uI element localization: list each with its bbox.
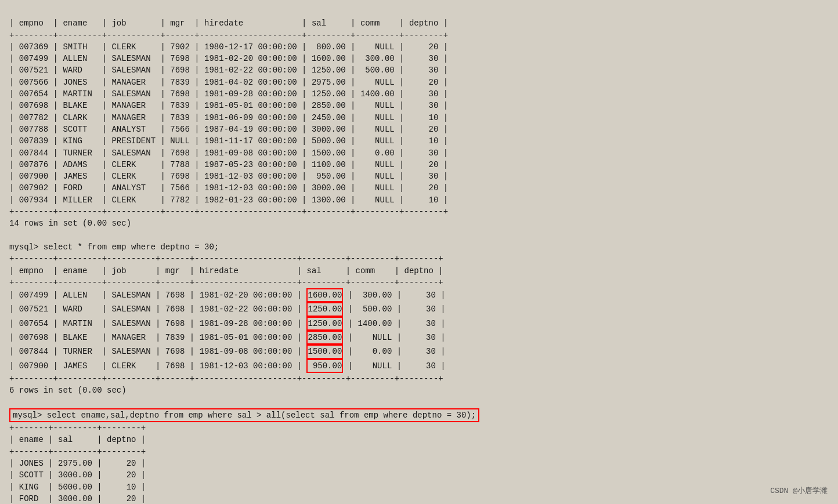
rows14-text: 14 rows in set (0.00 sec) [9, 219, 131, 228]
table2-row-6: | 007900 | JAMES | CLERK | 7698 | 1981-1… [9, 361, 446, 371]
rows6-text: 6 rows in set (0.00 sec) [9, 386, 127, 395]
table1-row-1: | 007369 | SMITH | CLERK | 7902 | 1980-1… [9, 42, 448, 52]
query3-box: mysql> select ename,sal,deptno from emp … [9, 408, 479, 422]
table1-row-11: | 007876 | ADAMS | CLERK | 7788 | 1987-0… [9, 160, 448, 169]
table1-row-13: | 007902 | FORD | ANALYST | 7566 | 1981-… [9, 183, 448, 193]
table1-sep-top: +--------+---------+-----------+------+-… [9, 31, 448, 40]
table3-row-2: | SCOTT | 3000.00 | 20 | [9, 470, 146, 480]
table1-header-row: | empno | ename | job | mgr | hiredate |… [9, 19, 448, 28]
table2-row-1: | 007499 | ALLEN | SALESMAN | 7698 | 198… [9, 291, 446, 300]
sal-highlight-1: 1600.00 [306, 288, 343, 302]
table2-header-row: | empno | ename | job | mgr | hiredate |… [9, 266, 443, 275]
table3-sep-top: +-------+---------+--------+ [9, 423, 146, 433]
sal-highlight-5: 1500.00 [306, 345, 343, 358]
query2-text: mysql> select * from emp where deptno = … [9, 242, 219, 252]
table3-row-3: | KING | 5000.00 | 10 | [9, 483, 146, 492]
table1-sep-bot: +--------+---------+-----------+------+-… [9, 207, 448, 216]
table2-sep-top: +--------+---------+----------+------+--… [9, 254, 443, 263]
table3-row-1: | JONES | 2975.00 | 20 | [9, 459, 146, 468]
table2-row-3: | 007654 | MARTIN | SALESMAN | 7698 | 19… [9, 319, 446, 328]
table1-row-14: | 007934 | MILLER | CLERK | 7782 | 1982-… [9, 195, 448, 205]
table3-header-row: | ename | sal | deptno | [9, 435, 146, 444]
table1-row-2: | 007499 | ALLEN | SALESMAN | 7698 | 198… [9, 54, 448, 63]
table1-row-7: | 007782 | CLARK | MANAGER | 7839 | 1981… [9, 113, 448, 122]
table3-sep-header: +-------+---------+--------+ [9, 447, 146, 456]
table1-row-5: | 007654 | MARTIN | SALESMAN | 7698 | 19… [9, 89, 448, 99]
sal-highlight-2: 1250.00 [306, 302, 343, 316]
table2-row-4: | 007698 | BLAKE | MANAGER | 7839 | 1981… [9, 333, 446, 342]
table2-sep-bot: +--------+---------+----------+------+--… [9, 374, 443, 383]
table1-row-10: | 007844 | TURNER | SALESMAN | 7698 | 19… [9, 148, 448, 158]
sal-highlight-6: 950.00 [306, 359, 343, 373]
watermark: CSDN @小唐学潍 [770, 485, 828, 496]
table1-row-4: | 007566 | JONES | MANAGER | 7839 | 1981… [9, 78, 448, 87]
table3-row-4: | FORD | 3000.00 | 20 | [9, 494, 146, 503]
table2-row-5: | 007844 | TURNER | SALESMAN | 7698 | 19… [9, 347, 446, 356]
table1-row-9: | 007839 | KING | PRESIDENT | NULL | 198… [9, 136, 448, 146]
sal-highlight-3: 1250.00 [306, 317, 343, 331]
terminal-output: | empno | ename | job | mgr | hiredate |… [9, 6, 829, 504]
table2-row-2: | 007521 | WARD | SALESMAN | 7698 | 1981… [9, 304, 446, 314]
sal-highlight-4: 2850.00 [306, 331, 343, 345]
table1-row-12: | 007900 | JAMES | CLERK | 7698 | 1981-1… [9, 172, 448, 181]
query3-line: mysql> select ename,sal,deptno from emp … [9, 411, 479, 420]
table1-row-8: | 007788 | SCOTT | ANALYST | 7566 | 1987… [9, 125, 448, 134]
table1-row-3: | 007521 | WARD | SALESMAN | 7698 | 1981… [9, 66, 448, 75]
table1-row-6: | 007698 | BLAKE | MANAGER | 7839 | 1981… [9, 101, 448, 110]
table2-sep-header: +--------+---------+----------+------+--… [9, 278, 443, 287]
